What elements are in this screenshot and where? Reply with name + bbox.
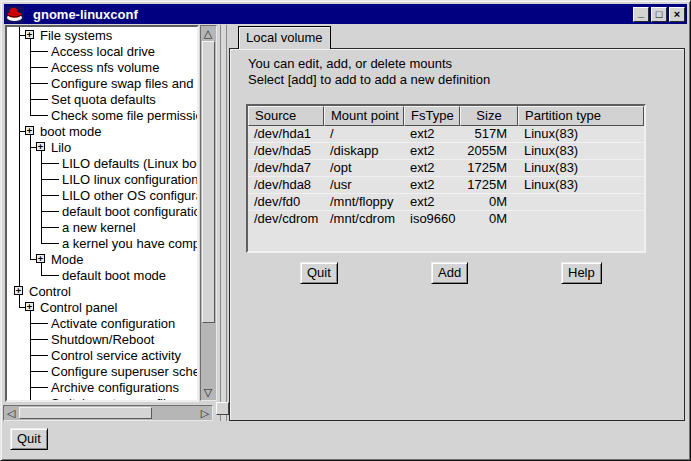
maximize-button[interactable]: □ [651,7,667,22]
tree-item-label[interactable]: LILO defaults (Linux boot lo [62,156,199,171]
tree-item[interactable]: default boot mode [7,267,197,283]
tree-item-label[interactable]: Control [29,284,71,299]
tree-expand-icon[interactable]: + [14,286,23,295]
table-cell: ext2 [404,177,460,193]
column-header: Mount point [324,106,404,126]
vertical-scrollbar-thumb[interactable] [202,41,215,323]
tree-item[interactable]: +Control [7,283,197,299]
tree-item[interactable]: Check some file permissions [7,107,197,123]
tree-item-label[interactable]: Archive configurations [51,380,179,395]
tree-item[interactable]: Access local drive [7,43,197,59]
column-header: Size [460,106,518,126]
tree-item-label[interactable]: Activate configuration [51,316,175,331]
tree-item-label[interactable]: Access nfs volume [51,60,159,75]
tree-item-label[interactable]: Access local drive [51,44,155,59]
table-cell: ext2 [404,160,460,176]
table-row[interactable]: /dev/hda8/usrext21725MLinux(83) [248,176,644,193]
tree-item[interactable]: +Lilo [7,139,197,155]
tree-item[interactable]: +File systems [7,27,197,43]
titlebar[interactable]: gnome-linuxconf _ □ × [4,4,687,24]
minimize-button[interactable]: _ [633,7,649,22]
tree-item[interactable]: Activate configuration [7,315,197,331]
table-cell: /diskapp [324,143,404,159]
table-row[interactable]: /dev/hda1/ext2517MLinux(83) [248,126,644,142]
help-button[interactable]: Help [561,262,602,284]
table-cell: /dev/hda5 [248,143,324,159]
tree-expand-icon[interactable]: + [36,142,45,151]
tree-item-label[interactable]: Configure swap files and part [51,76,199,91]
add-button[interactable]: Add [431,262,468,284]
table-cell: 0M [460,194,518,210]
tree-item[interactable]: Configure superuser schedule [7,363,197,379]
tree-item-label[interactable]: Configure superuser schedule [51,364,199,379]
tree-item[interactable]: default boot configuration [7,203,197,219]
table-row[interactable]: /dev/cdrom/mnt/cdromiso96600M [248,210,644,227]
tab-local-volume[interactable]: Local volume [238,26,331,49]
tree-item[interactable]: Switch system profile [7,395,197,402]
tree-item[interactable]: Shutdown/Reboot [7,331,197,347]
table-cell: /dev/fd0 [248,194,324,210]
tree-item-label[interactable]: Check some file permissions [51,108,199,123]
close-button[interactable]: × [669,7,685,22]
tree-item[interactable]: +Mode [7,251,197,267]
tree-item-label[interactable]: Set quota defaults [51,92,156,107]
table-cell: Linux(83) [518,126,644,142]
tree-item-label[interactable]: a kernel you have compiled [62,236,199,251]
mounts-table[interactable]: SourceMount pointFsTypeSizePartition typ… [246,104,646,253]
tree-item-label[interactable]: LILO other OS configuration [62,188,199,203]
tree-item-label[interactable]: Shutdown/Reboot [51,332,154,347]
tree-horizontal-scrollbar[interactable]: ◁ ▷ [3,405,213,421]
paned-resize-handle[interactable] [216,402,229,415]
column-header: Source [248,106,324,126]
scroll-down-icon[interactable]: ▽ [201,385,215,399]
tree-item-label[interactable]: LILO linux configurations [62,172,199,187]
tree-item[interactable]: a kernel you have compiled [7,235,197,251]
table-cell: 0M [460,211,518,227]
minimize-icon: _ [638,6,644,18]
table-cell: /mnt/floppy [324,194,404,210]
tree-item[interactable]: LILO linux configurations [7,171,197,187]
scroll-left-icon[interactable]: ◁ [4,406,18,420]
tree-item[interactable]: +boot mode [7,123,197,139]
tree-item[interactable]: Set quota defaults [7,91,197,107]
tree-item[interactable]: Control service activity [7,347,197,363]
tree-expand-icon[interactable]: + [25,30,34,39]
panel-quit-button[interactable]: Quit [300,262,338,284]
tree-expand-icon[interactable]: + [36,254,45,263]
tree-item[interactable]: +Control panel [7,299,197,315]
tree-expand-icon[interactable]: + [25,302,34,311]
tree-item-label[interactable]: boot mode [40,124,101,139]
table-cell [518,194,644,210]
tree-vertical-scrollbar[interactable]: △ ▽ [200,25,217,401]
table-cell: ext2 [404,126,460,142]
tree-item[interactable]: Configure swap files and part [7,75,197,91]
tree-item[interactable]: Archive configurations [7,379,197,395]
table-row[interactable]: /dev/fd0/mnt/floppyext20M [248,193,644,210]
main-quit-button[interactable]: Quit [10,428,48,450]
tree-item-label[interactable]: default boot configuration [62,204,199,219]
tree-item[interactable]: LILO other OS configuration [7,187,197,203]
tree-item[interactable]: a new kernel [7,219,197,235]
tree-item-label[interactable]: a new kernel [62,220,136,235]
table-row[interactable]: /dev/hda5/diskappext22055MLinux(83) [248,142,644,159]
paned-divider[interactable] [220,25,227,421]
table-cell: iso9660 [404,211,460,227]
scroll-right-icon[interactable]: ▷ [198,406,212,420]
table-cell: Linux(83) [518,177,644,193]
table-cell: 1725M [460,160,518,176]
scroll-up-icon[interactable]: △ [201,26,215,40]
config-tree[interactable]: +File systemsAccess local driveAccess nf… [5,25,199,402]
tree-item[interactable]: Access nfs volume [7,59,197,75]
tree-item-label[interactable]: default boot mode [62,268,166,283]
tree-expand-icon[interactable]: + [25,126,34,135]
tree-item-label[interactable]: Mode [51,252,84,267]
tree-item-label[interactable]: Lilo [51,140,71,155]
tree-item-label[interactable]: Switch system profile [51,396,173,402]
horizontal-scrollbar-thumb[interactable] [19,407,152,419]
tree-item[interactable]: LILO defaults (Linux boot lo [7,155,197,171]
table-cell: /mnt/cdrom [324,211,404,227]
tree-item-label[interactable]: Control panel [40,300,117,315]
tree-item-label[interactable]: File systems [40,28,112,43]
tree-item-label[interactable]: Control service activity [51,348,181,363]
table-row[interactable]: /dev/hda7/optext21725MLinux(83) [248,159,644,176]
